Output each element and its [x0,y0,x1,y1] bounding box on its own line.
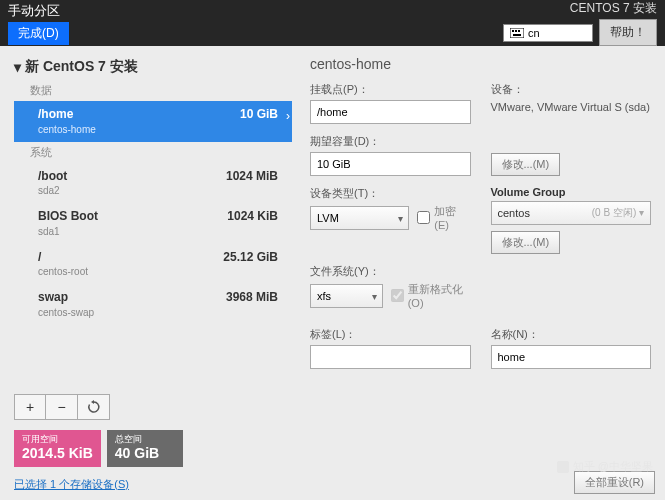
partition-tree-panel: ▾ 新 CentOS 7 安装 数据 /home centos-home 10 … [0,46,300,500]
partition-size: 1024 MiB [226,169,278,185]
space-summary: 可用空间 2014.5 KiB 总空间 40 GiB [14,430,292,467]
partition-size: 1024 KiB [227,209,278,225]
chevron-right-icon: › [286,109,290,125]
mountpoint-input[interactable] [310,100,471,124]
device-label: 设备： [491,82,652,97]
zhihu-icon [557,461,569,473]
group-data-label: 数据 [14,80,292,101]
main-area: ▾ 新 CentOS 7 安装 数据 /home centos-home 10 … [0,46,665,500]
tree-title: 新 CentOS 7 安装 [25,58,138,76]
add-partition-button[interactable]: + [14,394,46,420]
reformat-checkbox [391,289,404,302]
modify-device-button[interactable]: 修改...(M) [491,153,561,176]
device-text: VMware, VMware Virtual S (sda) [491,100,652,115]
partition-subname: centos-root [38,265,284,278]
partition-detail-panel: centos-home 挂载点(P)： 设备： VMware, VMware V… [300,46,665,500]
vg-free: (0 B 空闲) [592,207,636,218]
partition-item-home[interactable]: /home centos-home 10 GiB › [14,101,292,142]
tree-header[interactable]: ▾ 新 CentOS 7 安装 [14,54,292,80]
label-input[interactable] [310,345,471,369]
remove-partition-button[interactable]: − [46,394,78,420]
device-type-label: 设备类型(T)： [310,186,471,201]
device-type-field: 设备类型(T)： 加密(E) [310,186,471,254]
detail-heading: centos-home [310,56,651,72]
device-type-select[interactable] [310,206,409,230]
svg-rect-0 [510,28,524,38]
modify-vg-button[interactable]: 修改...(M) [491,231,561,254]
desired-capacity-input[interactable] [310,152,471,176]
available-space-value: 2014.5 KiB [22,445,93,461]
desired-capacity-label: 期望容量(D)： [310,134,471,149]
device-field: 设备： VMware, VMware Virtual S (sda) [491,82,652,124]
filesystem-field: 文件系统(Y)： 重新格式化(O) [310,264,471,309]
volume-group-field: Volume Group centos (0 B 空闲) ▾ 修改...(M) [491,186,652,254]
volume-group-select[interactable]: centos (0 B 空闲) ▾ [491,201,652,225]
total-space-box: 总空间 40 GiB [107,430,183,467]
partition-item-root[interactable]: / centos-root 25.12 GiB [14,244,292,285]
reload-button[interactable] [78,394,110,420]
partition-list: 数据 /home centos-home 10 GiB › 系统 /boot s… [14,80,292,390]
mountpoint-field: 挂载点(P)： [310,82,471,124]
partition-item-swap[interactable]: swap centos-swap 3968 MiB [14,284,292,325]
partition-toolbar: + − [14,394,292,420]
top-bar: 手动分区 完成(D) CENTOS 7 安装 cn 帮助！ [0,0,665,46]
partition-item-biosboot[interactable]: BIOS Boot sda1 1024 KiB [14,203,292,244]
done-button[interactable]: 完成(D) [8,22,69,45]
storage-devices-link[interactable]: 已选择 1 个存储设备(S) [14,477,292,492]
mountpoint-label: 挂载点(P)： [310,82,471,97]
name-input[interactable] [491,345,652,369]
available-space-box: 可用空间 2014.5 KiB [14,430,101,467]
labelfield-label: 标签(L)： [310,327,471,342]
help-button[interactable]: 帮助！ [599,19,657,46]
partition-item-boot[interactable]: /boot sda2 1024 MiB [14,163,292,204]
svg-rect-5 [557,461,569,473]
available-space-label: 可用空间 [22,434,93,445]
partition-subname: centos-home [38,123,284,136]
total-space-label: 总空间 [115,434,175,445]
caret-down-icon: ▾ [14,59,21,75]
reset-all-button[interactable]: 全部重设(R) [574,471,655,494]
label-field: 标签(L)： [310,327,471,369]
keyboard-layout-selector[interactable]: cn [503,24,593,42]
volume-group-label: Volume Group [491,186,652,198]
total-space-value: 40 GiB [115,445,175,461]
install-title: CENTOS 7 安装 [570,0,657,17]
encrypt-checkbox[interactable] [417,211,430,224]
encrypt-label: 加密(E) [434,204,470,231]
keyboard-layout-code: cn [528,27,540,39]
namefield-label: 名称(N)： [491,327,652,342]
reformat-label: 重新格式化(O) [408,282,471,309]
svg-rect-2 [515,30,517,32]
vg-name: centos [498,207,530,219]
reload-icon [87,400,101,414]
keyboard-icon [510,28,524,38]
device-modify-field: 修改...(M) [491,153,652,176]
partition-size: 10 GiB [240,107,278,123]
name-field: 名称(N)： [491,327,652,369]
svg-rect-4 [513,34,521,36]
filesystem-label: 文件系统(Y)： [310,264,471,279]
partition-size: 3968 MiB [226,290,278,306]
svg-rect-1 [512,30,514,32]
filesystem-select[interactable] [310,284,383,308]
desired-capacity-field: 期望容量(D)： [310,134,471,176]
partition-subname: sda2 [38,184,284,197]
partition-size: 25.12 GiB [223,250,278,266]
group-system-label: 系统 [14,142,292,163]
partition-subname: centos-swap [38,306,284,319]
partition-subname: sda1 [38,225,284,238]
page-title: 手动分区 [8,2,503,20]
svg-rect-3 [518,30,520,32]
